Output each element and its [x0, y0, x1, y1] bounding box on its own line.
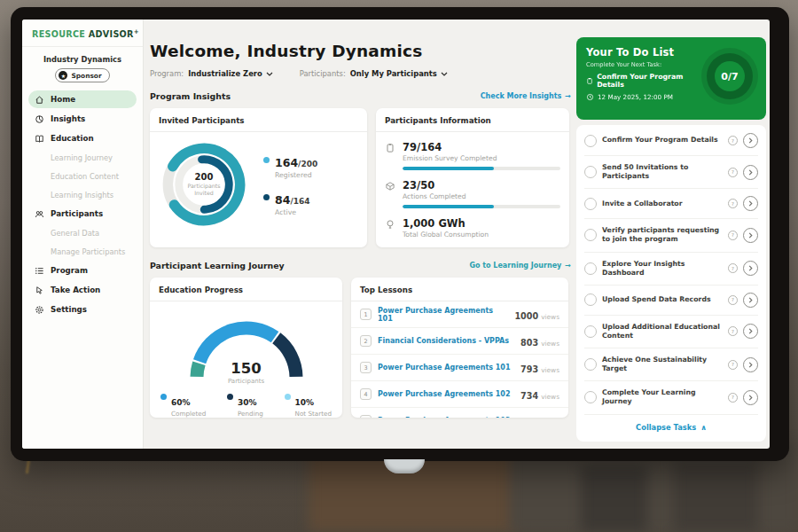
rank-badge: 1 — [360, 309, 372, 320]
chevron-right-icon — [748, 232, 753, 239]
learning-journey-header: Participant Learning Journey Go to Learn… — [150, 261, 571, 270]
legend-dot — [227, 394, 233, 400]
info-icon[interactable]: ? — [728, 360, 738, 370]
task-checkbox[interactable] — [584, 325, 597, 338]
task-row: Invite a Collaborator ? — [584, 189, 758, 219]
lesson-link[interactable]: Power Purchase Agreements 101 — [378, 307, 508, 323]
task-checkbox[interactable] — [584, 166, 597, 178]
home-icon — [35, 95, 44, 105]
task-checkbox[interactable] — [584, 198, 597, 210]
todo-subtitle: Complete Your Next Task: — [586, 61, 701, 68]
background-furniture — [674, 461, 758, 532]
chevron-right-icon — [748, 362, 753, 368]
program-insights-header: Program Insights Check More Insights→ — [150, 91, 571, 101]
info-icon[interactable]: ? — [728, 326, 738, 336]
task-open-button[interactable] — [743, 261, 758, 276]
task-checkbox[interactable] — [584, 262, 597, 275]
task-row: Confirm Your Program Details ? — [584, 126, 758, 156]
task-checkbox[interactable] — [584, 391, 597, 403]
card-title: Education Progress — [150, 278, 342, 301]
top-lessons-card: Top Lessons 1 Power Purchase Agreements … — [351, 278, 568, 418]
program-filter-dropdown[interactable]: Industrialize Zero — [188, 69, 273, 78]
sidebar-item-participants[interactable]: Participants — [28, 205, 137, 223]
lesson-link[interactable]: Power Purchase Agreements 101 — [378, 364, 514, 372]
sidebar-item-learning-insights[interactable]: Learning Insights — [28, 186, 137, 203]
rank-badge: 2 — [360, 335, 372, 347]
task-open-button[interactable] — [743, 324, 758, 339]
legend-item-completed: 60% Completed — [160, 392, 206, 418]
legend-item-active: 84/164 Active — [263, 191, 317, 216]
task-row: Send 50 Invitations to Participants ? — [584, 156, 758, 189]
sidebar-item-insights[interactable]: Insights — [28, 110, 137, 128]
background-furniture — [581, 466, 647, 532]
clipboard-icon — [586, 77, 593, 85]
legend-item-pending: 30% Pending — [227, 392, 263, 418]
check-more-insights-link[interactable]: Check More Insights→ — [481, 92, 571, 100]
task-checkbox[interactable] — [584, 293, 597, 306]
gauge-center: 150 Participants — [176, 360, 317, 385]
task-open-button[interactable] — [743, 196, 758, 211]
sidebar-item-education-content[interactable]: Education Content — [28, 168, 137, 184]
lesson-row: 3 Power Purchase Agreements 101 793views — [351, 355, 568, 381]
org-name: Industry Dynamics — [22, 55, 143, 64]
participants-information-card: Participants Information 79/164 Emission… — [376, 108, 569, 247]
participants-filter: Participants: Only My Participants — [300, 69, 448, 78]
desk-scene: RESOURCE ADVISOR+ Industry Dynamics ★ Sp… — [0, 0, 798, 532]
lesson-row: 5 Power Purchase Agreements 103 600views — [351, 408, 568, 418]
clock-icon — [586, 93, 594, 101]
sidebar-item-manage-participants[interactable]: Manage Participants — [28, 243, 137, 260]
todo-header-card: Your To Do List Complete Your Next Task:… — [576, 37, 766, 120]
participants-icon — [35, 209, 44, 219]
invited-participants-card: Invited Participants 200 Participants In… — [150, 108, 367, 247]
task-checkbox[interactable] — [584, 358, 597, 371]
sidebar-item-label: Education — [51, 134, 94, 143]
sidebar-item-take-action[interactable]: Take Action — [28, 281, 137, 299]
task-open-button[interactable] — [743, 357, 758, 372]
card-title: Top Lessons — [351, 278, 568, 301]
task-row: Upload Spend Data Records ? — [584, 286, 758, 316]
take-action-icon — [35, 286, 44, 295]
info-icon[interactable]: ? — [728, 199, 738, 208]
sidebar-item-general-data[interactable]: General Data — [28, 224, 137, 241]
info-icon[interactable]: ? — [728, 263, 738, 273]
progress-track — [403, 167, 560, 170]
sidebar-item-program[interactable]: Program — [28, 262, 137, 279]
donut-legend: 164/200 Registered 84/164 Active — [263, 153, 317, 216]
page-title: Welcome, Industry Dynamics — [150, 42, 571, 60]
rank-badge: 5 — [360, 415, 372, 418]
chevron-down-icon — [266, 72, 273, 76]
info-icon[interactable]: ? — [728, 295, 738, 305]
task-open-button[interactable] — [743, 133, 758, 148]
lesson-link[interactable]: Financial Considerations - VPPAs — [378, 337, 514, 345]
sidebar-item-learning-journey[interactable]: Learning Journey — [28, 149, 137, 166]
filter-bar: Program: Industrialize Zero Participants… — [150, 69, 571, 78]
collapse-tasks-link[interactable]: Collapse Tasks ∧ — [584, 415, 758, 441]
sidebar-item-label: Insights — [51, 114, 85, 123]
progress-fill — [403, 167, 494, 170]
education-progress-card: Education Progress 150 Participants — [150, 278, 342, 418]
sidebar-item-label: Home — [51, 95, 75, 104]
lesson-link[interactable]: Power Purchase Agreements 103 — [378, 417, 514, 418]
task-open-button[interactable] — [743, 165, 758, 180]
sidebar-item-label: Settings — [51, 305, 87, 314]
info-icon[interactable]: ? — [728, 393, 738, 403]
chevron-right-icon — [748, 137, 753, 144]
info-icon[interactable]: ? — [728, 231, 738, 240]
lesson-row: 2 Financial Considerations - VPPAs 803vi… — [351, 328, 568, 355]
lesson-link[interactable]: Power Purchase Agreements 102 — [378, 390, 514, 398]
participants-filter-dropdown[interactable]: Only My Participants — [350, 69, 448, 78]
info-icon[interactable]: ? — [728, 168, 738, 177]
stat-global-consumption: 1,000 GWh Total Global Consumption — [385, 217, 560, 239]
task-checkbox[interactable] — [584, 229, 597, 241]
section-title: Participant Learning Journey — [150, 261, 285, 270]
task-checkbox[interactable] — [584, 135, 597, 147]
go-to-learning-journey-link[interactable]: Go to Learning Journey→ — [469, 262, 571, 270]
sidebar-item-settings[interactable]: Settings — [28, 301, 137, 318]
sidebar-item-home[interactable]: Home — [28, 90, 137, 108]
sidebar-item-label: Program — [51, 266, 88, 275]
info-icon[interactable]: ? — [728, 136, 738, 145]
task-open-button[interactable] — [743, 293, 758, 308]
task-open-button[interactable] — [743, 228, 758, 243]
sidebar-item-education[interactable]: Education — [28, 129, 137, 147]
task-open-button[interactable] — [743, 390, 758, 405]
